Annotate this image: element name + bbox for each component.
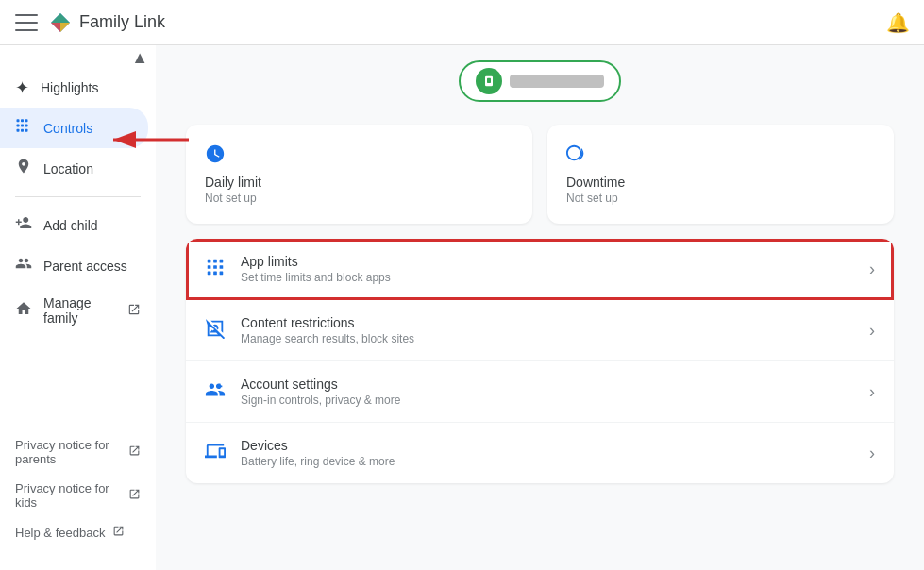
child-name-redacted [510, 75, 604, 88]
svg-rect-19 [220, 259, 224, 262]
app-title: Family Link [79, 12, 886, 32]
account-settings-subtitle: Sign-in controls, privacy & more [241, 394, 854, 407]
manage-family-icon [15, 300, 32, 322]
app-logo [49, 11, 72, 34]
sidebar-item-help-feedback[interactable]: Help & feedback [0, 517, 156, 547]
menu-list: App limits Set time limits and block app… [186, 239, 894, 483]
sidebar-nav: ✦ Highlights Controls Location [0, 68, 156, 189]
svg-rect-23 [208, 271, 211, 275]
location-icon [15, 158, 32, 179]
sidebar-item-add-child-label: Add child [43, 218, 98, 233]
menu-item-app-limits[interactable]: App limits Set time limits and block app… [186, 239, 894, 300]
sidebar-item-location[interactable]: Location [0, 148, 148, 189]
app-limits-subtitle: Set time limits and block apps [241, 271, 854, 284]
devices-title: Devices [241, 438, 854, 453]
svg-rect-6 [25, 119, 28, 122]
parent-access-icon [15, 255, 32, 277]
daily-limit-title: Daily limit [205, 175, 513, 190]
privacy-parents-ext-icon [128, 444, 141, 460]
child-avatar [476, 68, 502, 94]
svg-rect-12 [25, 129, 28, 132]
menu-item-devices[interactable]: Devices Battery life, ring device & more… [186, 423, 894, 483]
svg-rect-24 [213, 271, 217, 275]
content-restrictions-subtitle: Manage search results, block sites [241, 332, 854, 345]
downtime-title: Downtime [566, 175, 875, 190]
main-layout: ▲ ✦ Highlights Controls Location [0, 45, 924, 570]
devices-text: Devices Battery life, ring device & more [241, 438, 854, 468]
sidebar-item-privacy-parents[interactable]: Privacy notice for parents [0, 430, 156, 474]
account-settings-icon [205, 379, 226, 405]
sidebar-item-manage-family[interactable]: Manage family [0, 286, 156, 335]
svg-rect-22 [220, 265, 224, 269]
svg-rect-8 [21, 125, 24, 127]
menu-item-account-settings[interactable]: Account settings Sign-in controls, priva… [186, 361, 894, 423]
sidebar-item-controls[interactable]: Controls [0, 108, 148, 148]
svg-rect-21 [213, 265, 217, 269]
sidebar-item-location-label: Location [43, 161, 93, 176]
privacy-parents-label: Privacy notice for parents [15, 438, 121, 466]
topbar: Family Link 🔔 [0, 0, 924, 45]
daily-limit-icon [205, 143, 513, 169]
content-restrictions-text: Content restrictions Manage search resul… [241, 315, 854, 345]
content-restrictions-title: Content restrictions [241, 315, 854, 330]
privacy-kids-ext-icon [128, 488, 141, 503]
svg-rect-10 [17, 129, 20, 132]
controls-icon [15, 117, 32, 139]
daily-limit-card[interactable]: Daily limit Not set up [186, 125, 532, 224]
downtime-card[interactable]: Downtime Not set up [547, 125, 894, 224]
svg-rect-25 [220, 271, 224, 275]
privacy-kids-label: Privacy notice for kids [15, 481, 121, 510]
account-settings-chevron: › [869, 382, 875, 402]
sidebar-item-parent-access-label: Parent access [43, 259, 127, 274]
sidebar-item-controls-label: Controls [43, 121, 92, 136]
content-area: Daily limit Not set up Downtime Not set … [156, 45, 924, 570]
svg-marker-2 [60, 23, 70, 32]
svg-rect-20 [208, 265, 211, 269]
sidebar-item-parent-access[interactable]: Parent access [0, 245, 156, 286]
devices-chevron: › [869, 444, 875, 463]
account-settings-title: Account settings [241, 377, 854, 392]
cards-row: Daily limit Not set up Downtime Not set … [186, 125, 894, 224]
sidebar-item-add-child[interactable]: Add child [0, 205, 156, 245]
sidebar-item-manage-family-label: Manage family [43, 295, 116, 326]
devices-icon [205, 441, 226, 466]
svg-rect-7 [17, 125, 20, 127]
svg-marker-3 [51, 23, 60, 32]
svg-rect-4 [17, 119, 20, 122]
svg-rect-11 [21, 129, 24, 132]
downtime-subtitle: Not set up [566, 192, 875, 205]
app-limits-icon [205, 257, 226, 282]
content-restrictions-icon [205, 318, 226, 344]
sidebar-item-highlights-label: Highlights [41, 80, 98, 95]
menu-icon[interactable] [15, 11, 38, 34]
menu-item-content-restrictions[interactable]: Content restrictions Manage search resul… [186, 300, 894, 361]
sidebar-collapse-button[interactable]: ▲ [131, 49, 148, 66]
svg-rect-5 [21, 119, 24, 122]
content-restrictions-chevron: › [869, 321, 875, 341]
app-limits-title: App limits [241, 254, 854, 269]
sidebar: ▲ ✦ Highlights Controls Location [0, 45, 156, 570]
devices-subtitle: Battery life, ring device & more [241, 455, 854, 468]
svg-rect-9 [25, 125, 28, 127]
account-settings-text: Account settings Sign-in controls, priva… [241, 377, 854, 407]
sidebar-item-highlights[interactable]: ✦ Highlights [0, 68, 148, 108]
manage-family-external-icon [127, 303, 141, 319]
daily-limit-subtitle: Not set up [205, 192, 513, 205]
add-child-icon [15, 214, 32, 236]
child-profile-pill[interactable] [186, 60, 894, 102]
child-pill[interactable] [459, 60, 621, 102]
svg-rect-17 [208, 259, 211, 262]
highlights-icon: ✦ [15, 77, 29, 98]
svg-marker-1 [51, 13, 70, 23]
help-feedback-label: Help & feedback [15, 526, 105, 540]
app-limits-chevron: › [869, 260, 875, 279]
sidebar-divider-1 [15, 196, 141, 197]
downtime-icon [566, 143, 875, 169]
sidebar-item-privacy-kids[interactable]: Privacy notice for kids [0, 474, 156, 517]
app-limits-text: App limits Set time limits and block app… [241, 254, 854, 284]
svg-rect-16 [487, 78, 491, 83]
svg-rect-18 [213, 259, 217, 262]
help-feedback-ext-icon [112, 525, 125, 540]
notifications-bell[interactable]: 🔔 [886, 11, 909, 34]
sidebar-bottom: Privacy notice for parents Privacy notic… [0, 430, 156, 562]
